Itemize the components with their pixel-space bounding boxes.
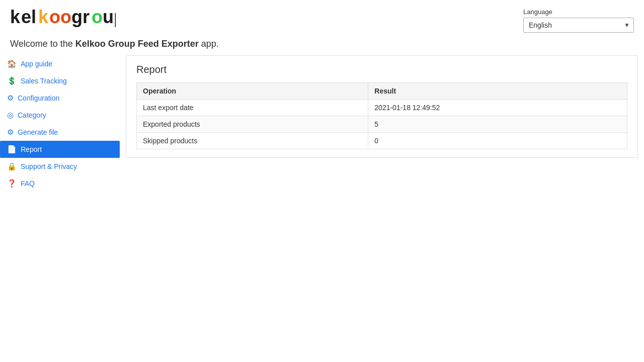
lock-icon: 🔒 [7, 162, 17, 171]
svg-text:o: o [92, 7, 103, 27]
generate-icon: ⚙ [7, 128, 14, 137]
svg-text:el: el [21, 7, 36, 27]
question-icon: ❓ [7, 179, 17, 188]
report-icon: 📄 [7, 145, 17, 154]
result-last-export-date: 2021-01-18 12:49:52 [368, 100, 627, 116]
operation-exported-products: Exported products [137, 116, 368, 133]
header: k el k oo gr o up Language English Frenc… [0, 0, 644, 37]
operation-last-export-date: Last export date [137, 100, 368, 116]
sidebar-item-category[interactable]: ◎ Category [0, 107, 120, 124]
sidebar-label-report: Report [21, 145, 42, 153]
svg-text:up: up [103, 7, 116, 27]
sidebar-item-configuration[interactable]: ⚙ Configuration [0, 89, 120, 107]
welcome-suffix: app. [199, 39, 219, 49]
sidebar-item-generate-file[interactable]: ⚙ Generate file [0, 124, 120, 141]
gear-icon: ⚙ [7, 94, 14, 103]
col-header-result: Result [368, 83, 627, 100]
sidebar-label-support-privacy: Support & Privacy [21, 162, 77, 170]
col-header-operation: Operation [137, 83, 368, 100]
sidebar-label-app-guide: App guide [21, 60, 52, 68]
svg-text:k: k [10, 7, 21, 27]
table-row: Skipped products 0 [137, 133, 627, 149]
sidebar-item-app-guide[interactable]: 🏠 App guide [0, 55, 120, 72]
welcome-brand: Kelkoo Group Feed Exporter [75, 39, 199, 49]
report-title: Report [136, 64, 627, 75]
sidebar-item-report[interactable]: 📄 Report [0, 141, 120, 158]
sidebar-item-sales-tracking[interactable]: 💲 Sales Tracking [0, 72, 120, 89]
sidebar-label-generate-file: Generate file [18, 128, 58, 136]
language-select[interactable]: English French German Spanish Italian [523, 18, 634, 33]
table-row: Last export date 2021-01-18 12:49:52 [137, 100, 627, 116]
svg-text:oo: oo [49, 7, 71, 27]
sidebar-item-support-privacy[interactable]: 🔒 Support & Privacy [0, 158, 120, 175]
svg-text:gr: gr [71, 7, 90, 27]
sidebar-item-faq[interactable]: ❓ FAQ [0, 175, 120, 192]
welcome-prefix: Welcome to the [10, 39, 75, 49]
home-icon: 🏠 [7, 59, 17, 68]
svg-text:k: k [38, 7, 49, 27]
sidebar-label-faq: FAQ [21, 179, 35, 188]
sidebar-label-category: Category [18, 111, 46, 119]
category-icon: ◎ [7, 111, 14, 120]
language-select-wrapper: English French German Spanish Italian ▼ [523, 18, 634, 33]
sidebar-label-configuration: Configuration [18, 94, 59, 102]
dollar-icon: 💲 [7, 76, 17, 85]
main-layout: 🏠 App guide 💲 Sales Tracking ⚙ Configura… [0, 55, 644, 192]
language-section: Language English French German Spanish I… [523, 8, 634, 33]
operation-skipped-products: Skipped products [137, 133, 368, 149]
report-panel: Report Operation Result Last export date… [126, 55, 638, 158]
result-exported-products: 5 [368, 116, 627, 133]
sidebar: 🏠 App guide 💲 Sales Tracking ⚙ Configura… [0, 55, 120, 192]
content-area: Report Operation Result Last export date… [120, 55, 644, 192]
language-label: Language [523, 8, 552, 16]
logo: k el k oo gr o up [10, 6, 116, 27]
report-table: Operation Result Last export date 2021-0… [136, 82, 627, 149]
welcome-message: Welcome to the Kelkoo Group Feed Exporte… [0, 37, 644, 55]
result-skipped-products: 0 [368, 133, 627, 149]
sidebar-label-sales-tracking: Sales Tracking [21, 77, 67, 85]
table-row: Exported products 5 [137, 116, 627, 133]
